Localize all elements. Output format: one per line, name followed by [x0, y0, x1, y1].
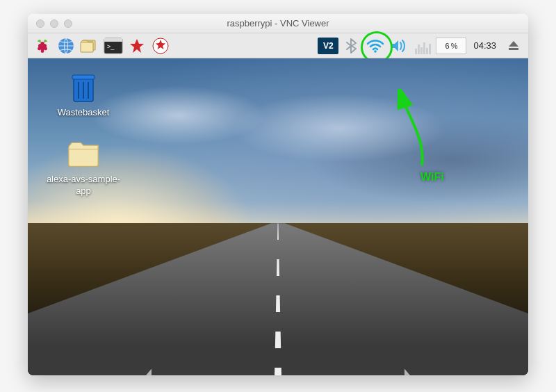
- raspberry-icon: [34, 38, 51, 54]
- file-manager-button[interactable]: [79, 35, 100, 56]
- window-title: raspberrypi - VNC Viewer: [28, 18, 528, 28]
- svg-point-15: [375, 50, 377, 53]
- svg-point-6: [41, 49, 44, 53]
- wifi-icon: [366, 38, 384, 54]
- raspberry-menu-button[interactable]: [32, 35, 53, 56]
- svg-point-2: [40, 41, 44, 44]
- terminal-button[interactable]: >_: [103, 35, 124, 56]
- web-browser-button[interactable]: [56, 35, 76, 56]
- trash-icon: [67, 71, 100, 104]
- clock[interactable]: 04:33: [469, 40, 500, 51]
- wastebasket-label: Wastebasket: [58, 107, 110, 118]
- svg-rect-18: [72, 75, 95, 79]
- rpi-desktop[interactable]: Wastebasket alexa-avs-sample-app WiFi: [28, 58, 528, 375]
- cpu-graph: [412, 38, 433, 54]
- vnc-server-button[interactable]: V2: [318, 38, 338, 54]
- wolfram-icon: [152, 38, 169, 54]
- eject-icon: [507, 40, 520, 52]
- bluetooth-icon: [345, 38, 359, 54]
- mathematica-button[interactable]: [126, 35, 147, 56]
- desktop-icons-area: Wastebasket alexa-avs-sample-app: [42, 71, 125, 197]
- svg-rect-16: [509, 48, 518, 50]
- files-icon: [80, 38, 99, 54]
- svg-rect-9: [81, 42, 93, 52]
- volume-icon: [391, 39, 407, 53]
- cpu-usage[interactable]: 6 %: [436, 38, 466, 54]
- globe-icon: [57, 37, 75, 55]
- alexa-folder-icon[interactable]: alexa-avs-sample-app: [42, 138, 125, 197]
- mathematica-icon: [129, 38, 145, 54]
- rpi-taskbar: >_ V2 6: [28, 33, 528, 58]
- alexa-folder-label: alexa-avs-sample-app: [42, 174, 125, 197]
- svg-rect-11: [104, 38, 122, 42]
- vnc-viewer-window: raspberrypi - VNC Viewer >_ V2: [28, 14, 528, 375]
- folder-icon: [67, 138, 100, 171]
- terminal-icon: >_: [104, 38, 123, 54]
- mac-titlebar[interactable]: raspberrypi - VNC Viewer: [28, 14, 528, 33]
- bluetooth-button[interactable]: [341, 35, 362, 56]
- minimize-icon[interactable]: [50, 19, 58, 28]
- zoom-icon[interactable]: [64, 19, 72, 28]
- cpu-percent-value: 6: [445, 42, 450, 50]
- close-icon[interactable]: [36, 19, 44, 28]
- svg-text:>_: >_: [107, 43, 115, 50]
- eject-button[interactable]: [503, 35, 524, 56]
- cpu-percent-unit: %: [451, 42, 458, 50]
- mac-traffic-lights: [28, 19, 72, 28]
- wastebasket-icon[interactable]: Wastebasket: [42, 71, 125, 118]
- svg-point-4: [38, 47, 41, 50]
- volume-button[interactable]: [389, 35, 409, 56]
- svg-marker-13: [130, 39, 144, 53]
- wifi-button[interactable]: [365, 35, 386, 56]
- svg-point-5: [44, 47, 47, 50]
- wolfram-button[interactable]: [150, 35, 171, 56]
- vnc-label: V2: [323, 41, 334, 51]
